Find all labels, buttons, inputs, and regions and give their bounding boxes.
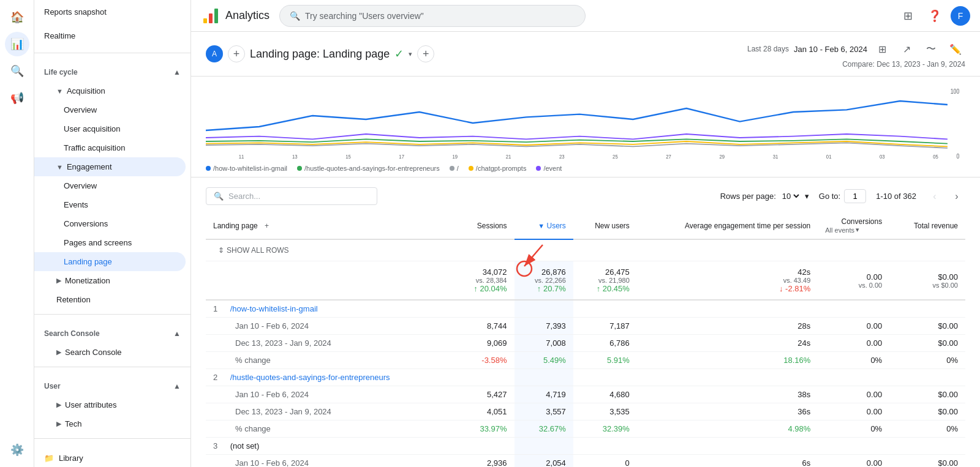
search-console-expand-icon: ▶ <box>56 348 61 356</box>
row-3-r1: $0.00 <box>889 455 965 468</box>
row-3-u1: 2,054 <box>514 455 573 468</box>
search-bar[interactable]: 🔍 Try searching "Users overview" <box>279 5 586 27</box>
insight-icon[interactable]: 〜 <box>921 39 941 59</box>
show-all-rows-cell: ⇕ SHOW ALL ROWS <box>206 239 965 261</box>
share-icon[interactable]: ↗ <box>897 39 916 59</box>
lifecycle-label: Life cycle <box>44 68 78 77</box>
th-landing-page[interactable]: Landing page + <box>206 212 453 239</box>
table-area: 🔍 Search... Rows per page: 10 25 50 ▾ <box>191 177 980 467</box>
all-events-badge[interactable]: All events ▾ <box>825 226 882 234</box>
engagement-expand-icon: ▼ <box>56 163 63 171</box>
legend-dot-2 <box>450 166 454 171</box>
compare-label: Compare: Dec 13, 2023 - Jan 9, 2024 <box>842 60 965 69</box>
go-to-input[interactable] <box>844 189 866 203</box>
edit-icon[interactable]: ✏️ <box>946 39 965 59</box>
home-icon[interactable]: 🏠 <box>5 5 29 29</box>
sidebar-eng-conversions[interactable]: Conversions <box>34 214 186 233</box>
row-2-a2: 36s <box>637 403 818 420</box>
add-comparison-button[interactable]: + <box>228 45 245 62</box>
row-2-upct: 32.67% <box>514 420 573 438</box>
summary-conv-value: 0.00 <box>825 272 882 282</box>
sidebar-traffic-acquisition[interactable]: Traffic acquisition <box>34 138 186 157</box>
svg-text:15: 15 <box>345 153 351 160</box>
all-events-dropdown-icon: ▾ <box>856 226 859 234</box>
reports-icon[interactable]: 📊 <box>5 32 29 56</box>
sidebar-eng-overview[interactable]: Overview <box>34 176 186 195</box>
last-days-label: Last 28 days <box>747 45 789 53</box>
row-2-c2: 0.00 <box>818 403 889 420</box>
add-metric-button[interactable]: + <box>417 45 434 62</box>
legend-item-2[interactable]: / <box>450 165 459 172</box>
th-users[interactable]: ▼ Users <box>514 212 573 239</box>
page-title-dropdown-icon[interactable]: ▾ <box>409 50 412 58</box>
row-1-page-link[interactable]: /how-to-whitelist-in-gmail <box>230 304 318 313</box>
table-row-2-date2: Dec 13, 2023 - Jan 9, 2024 4,051 3,557 3… <box>206 403 965 420</box>
th-avg-engagement[interactable]: Average engagement time per session <box>637 212 818 239</box>
sidebar-search-console[interactable]: ▶ Search Console <box>34 343 186 362</box>
help-icon[interactable]: ❓ <box>924 5 946 27</box>
legend-label-0: /how-to-whitelist-in-gmail <box>213 165 287 172</box>
advertising-icon[interactable]: 📢 <box>5 86 29 110</box>
sidebar-library[interactable]: 📁 Library <box>34 444 190 467</box>
sidebar-user-acquisition[interactable]: User acquisition <box>34 119 186 138</box>
divider2 <box>34 314 190 315</box>
svg-text:100: 100 <box>951 88 960 95</box>
prev-page-button[interactable]: ‹ <box>926 188 943 205</box>
eng-events-label: Events <box>64 200 88 209</box>
sidebar-acq-overview[interactable]: Overview <box>34 100 186 119</box>
table-search[interactable]: 🔍 Search... <box>206 187 377 205</box>
settings-icon[interactable]: ⚙️ <box>5 438 29 462</box>
rows-per-page-select[interactable]: 10 25 50 <box>780 191 801 201</box>
row-1-spct: -3.58% <box>453 352 514 369</box>
user-section[interactable]: User ▲ <box>34 372 190 395</box>
search-console-section[interactable]: Search Console ▲ <box>34 319 190 343</box>
explore-icon[interactable]: 🔍 <box>5 59 29 83</box>
table-wrapper: Landing page + Sessions ▼ Users <box>206 212 965 467</box>
sidebar-eng-pages[interactable]: Pages and screens <box>34 233 186 252</box>
verified-icon: ✓ <box>394 47 404 61</box>
row-1-s1: 8,744 <box>453 318 514 335</box>
row-2-n1: 4,680 <box>573 386 637 403</box>
show-all-rows-button[interactable]: ⇕ SHOW ALL ROWS <box>213 244 958 257</box>
row-1-n1: 7,187 <box>573 318 637 335</box>
realtime-label: Realtime <box>44 31 75 40</box>
row-num-1: 1 <box>213 304 228 313</box>
lifecycle-section[interactable]: Life cycle ▲ <box>34 58 190 81</box>
row-2-page-link[interactable]: /hustle-quotes-and-sayings-for-entrepren… <box>230 373 390 382</box>
th-conversions[interactable]: Conversions All events ▾ <box>818 212 889 239</box>
sidebar-retention[interactable]: Retention <box>34 290 186 309</box>
sidebar-user-attributes[interactable]: ▶ User attributes <box>34 395 186 414</box>
row-1-cpct: 0% <box>818 352 889 369</box>
user-avatar[interactable]: F <box>951 6 970 26</box>
legend-item-3[interactable]: /chatgpt-prompts <box>469 165 527 172</box>
acquisition-label: Acquisition <box>67 86 105 95</box>
realtime-link[interactable]: Realtime <box>34 24 190 48</box>
summary-users-pct: ↑ 20.7% <box>522 284 566 293</box>
svg-text:03: 03 <box>880 153 885 160</box>
search-placeholder-table: Search... <box>228 192 260 201</box>
table-view-icon[interactable]: ⊞ <box>872 39 892 59</box>
sidebar-engagement[interactable]: ▼ Engagement <box>34 157 186 176</box>
sidebar-eng-events[interactable]: Events <box>34 195 186 214</box>
add-column-icon[interactable]: + <box>265 222 269 230</box>
next-page-button[interactable]: › <box>948 188 965 205</box>
svg-text:11: 11 <box>239 153 244 160</box>
legend-item-1[interactable]: /hustle-quotes-and-sayings-for-entrepren… <box>297 165 440 172</box>
legend-item-0[interactable]: /how-to-whitelist-in-gmail <box>206 165 287 172</box>
th-new-users-label: New users <box>595 222 630 230</box>
sidebar-acquisition[interactable]: ▼ Acquisition <box>34 81 186 100</box>
th-total-revenue[interactable]: Total revenue <box>889 212 965 239</box>
th-new-users[interactable]: New users <box>573 212 637 239</box>
summary-sessions-vs: vs. 28,384 <box>460 277 507 284</box>
sidebar-monetization[interactable]: ▶ Monetization <box>34 271 186 290</box>
row-1-s-empty <box>453 300 514 318</box>
sidebar-tech[interactable]: ▶ Tech <box>34 414 186 433</box>
reports-snapshot-link[interactable]: Reports snapshot <box>34 0 190 24</box>
svg-text:13: 13 <box>292 153 298 160</box>
row-2-a1: 38s <box>637 386 818 403</box>
th-sessions[interactable]: Sessions <box>453 212 514 239</box>
th-users-label: Users <box>547 222 566 230</box>
legend-item-4[interactable]: /event <box>536 165 562 172</box>
grid-icon[interactable]: ⊞ <box>897 5 919 27</box>
sidebar-landing-page[interactable]: Landing page <box>34 252 186 271</box>
